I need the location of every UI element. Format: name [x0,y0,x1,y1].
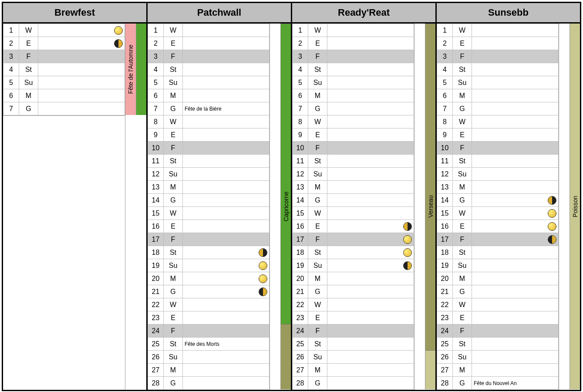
day-row: 20M [148,272,270,285]
moon-icon [259,248,267,257]
day-event-cell [327,272,414,285]
weekday-label: W [453,207,472,220]
day-number: 16 [293,220,308,233]
day-number: 6 [148,89,164,102]
day-row: 8W [148,115,270,128]
day-row: 27M [148,364,270,377]
weekday-label: F [308,142,327,155]
day-row: 5Su [437,76,559,89]
month-header: Ready'Reat [292,3,435,24]
day-row: 28G [293,377,414,390]
day-event-cell [327,285,414,298]
day-number: 2 [3,37,19,50]
day-event-cell [183,181,270,194]
days-table: 1W2E3F4St5Su6M7GFête de la Bière8W9E10F1… [148,24,270,390]
day-row: 3F [293,50,414,63]
day-number: 4 [148,63,164,76]
day-row: 21G [293,285,414,298]
weekday-label: E [308,220,327,233]
day-number: 6 [3,89,19,102]
days-table: 1W2E3F4St5Su6M7G8W9E10F11St12Su13M14G15W… [437,24,559,390]
weekday-label: F [19,50,38,63]
day-row: 4St [148,63,270,76]
day-row: 5Su [293,76,414,89]
day-event-cell [472,233,559,246]
day-row: 25St [437,338,559,351]
day-row: 1W [293,24,414,37]
day-event-cell [183,351,270,364]
weekday-label: E [308,128,327,142]
side-band-label: Fête de l'Automne [127,44,134,94]
day-event-cell [38,63,125,76]
day-row: 6M [293,89,414,102]
weekday-label: E [308,311,327,324]
day-event-cell [38,24,125,37]
day-event-cell [472,272,559,285]
day-row: 6M [148,89,270,102]
day-number: 12 [293,168,308,181]
weekday-label: M [164,364,183,377]
month-body: 1W2E3F4St5Su6M7GFête de la Bière8W9E10F1… [148,24,291,390]
weekday-label: F [308,233,327,246]
weekday-label: St [308,338,327,351]
day-number: 16 [437,220,453,233]
day-row: 23E [437,311,559,324]
day-row: 24F [148,324,270,338]
day-row: 5Su [3,76,125,89]
day-row: 20M [437,272,559,285]
day-row: 15W [293,207,414,220]
day-row: 22W [437,298,559,311]
weekday-label: G [164,377,183,390]
day-row: 2E [437,37,559,50]
days-column: 1W2E3F4St5Su6M7G8W9E10F11St12Su13M14G15W… [437,24,559,390]
day-event-cell [38,89,125,102]
weekday-label: W [453,115,472,128]
weekday-label: G [308,102,327,115]
moon-icon [259,261,267,270]
day-number: 9 [437,128,453,142]
side-band-label: Poisson [572,196,579,217]
day-row: 9E [437,128,559,142]
day-event-cell [327,63,414,76]
weekday-label: St [164,246,183,259]
day-row: 22W [293,298,414,311]
days-column: 1W2E3F4St5Su6M7G8W9E10F11St12Su13M14G15W… [292,24,415,390]
day-event-cell [327,89,414,102]
day-number: 1 [293,24,308,37]
weekday-label: Su [453,76,472,89]
moon-icon [548,235,556,244]
day-number: 3 [148,50,164,63]
day-number: 23 [148,311,164,324]
month-header: Brewfest [3,3,146,24]
day-row: 7G [293,102,414,115]
day-event-cell [327,155,414,168]
day-number: 5 [293,76,308,89]
moon-icon [403,222,412,231]
day-number: 19 [293,259,308,272]
day-row: 16E [293,220,414,233]
day-row: 13M [293,181,414,194]
day-event-cell [327,364,414,377]
day-number: 7 [148,102,164,115]
day-number: 20 [148,272,164,285]
day-row: 18St [437,246,559,259]
day-event-cell [472,298,559,311]
weekday-label: F [308,324,327,338]
weekday-label: G [19,102,38,115]
day-event-cell [472,37,559,50]
weekday-label: G [164,194,183,207]
day-number: 4 [293,63,308,76]
day-event-cell [472,246,559,259]
day-event-cell [183,128,270,142]
day-row: 19Su [148,259,270,272]
weekday-label: G [453,285,472,298]
day-number: 13 [293,181,308,194]
day-number: 1 [437,24,453,37]
day-number: 14 [437,194,453,207]
day-event-cell [38,76,125,89]
day-row: 9E [293,128,414,142]
day-number: 27 [437,364,453,377]
day-event-cell [472,311,559,324]
day-row: 18St [148,246,270,259]
day-row: 16E [148,220,270,233]
